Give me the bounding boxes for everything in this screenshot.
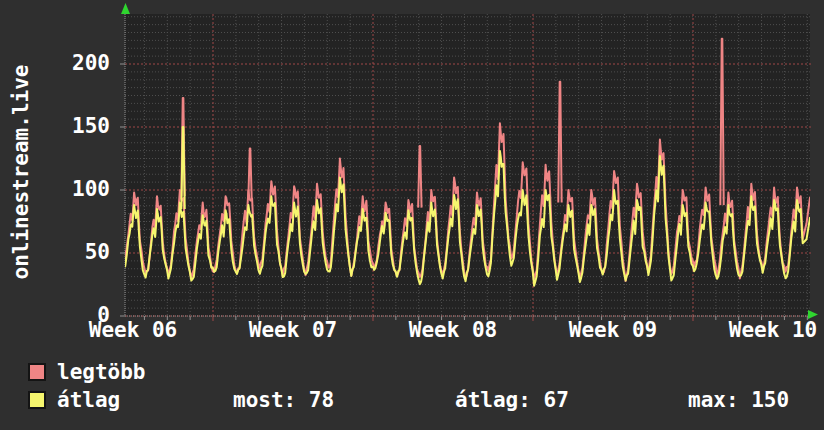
legend-swatch-atlag (28, 391, 46, 409)
legend-label-legtobb: legtöbb (57, 362, 146, 383)
legend-label-atlag: átlag (57, 390, 120, 411)
x-axis-label: Week 09 (569, 320, 658, 341)
stat-max: max: 150 (688, 390, 789, 411)
stat-most: most: 78 (233, 390, 334, 411)
graph-container: onlinestream.live 050100150200 Week 06We… (0, 0, 824, 430)
y-axis-label: 100 (20, 179, 110, 200)
y-axis-label: 150 (20, 116, 110, 137)
legend-swatch-legtobb (28, 363, 46, 381)
y-axis-label: 200 (20, 53, 110, 74)
x-axis-label: Week 08 (409, 320, 498, 341)
x-axis-label: Week 07 (249, 320, 338, 341)
stat-atlag: átlag: 67 (455, 390, 569, 411)
x-axis-label: Week 06 (89, 320, 178, 341)
x-axis-label: Week 10 (729, 320, 818, 341)
y-axis-label: 50 (20, 242, 110, 263)
